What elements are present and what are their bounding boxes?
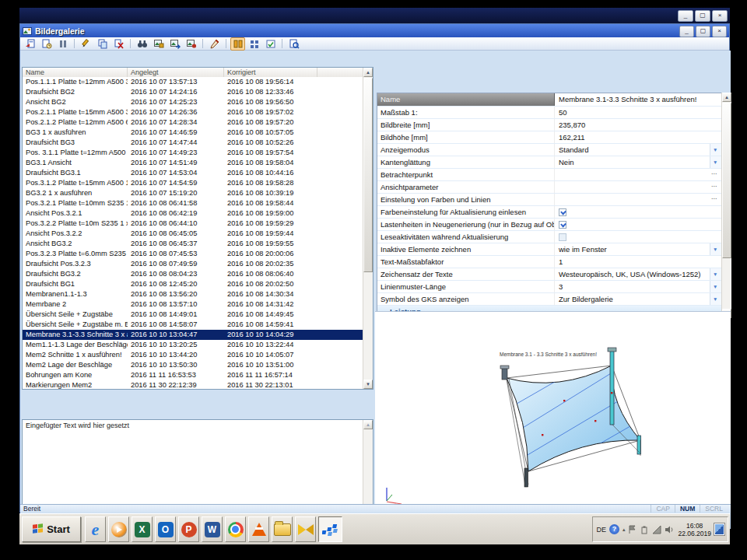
language-indicator[interactable]: DE <box>596 526 606 534</box>
property-value[interactable]: Zur Bildergalerie <box>555 293 710 305</box>
property-value[interactable] <box>555 194 710 205</box>
table-row[interactable]: Ansicht Pos.3.2.1 2016 10 08 06:42:19 20… <box>23 208 363 219</box>
taskbar-outlook-button[interactable]: O <box>155 516 176 542</box>
taskbar-vlc-button[interactable] <box>248 516 269 542</box>
table-row[interactable]: Draufsicht Pos.3.2.3 2016 10 08 07:49:59… <box>23 259 363 269</box>
property-value[interactable] <box>555 219 710 230</box>
outer-close-button[interactable]: × <box>712 10 728 22</box>
outer-minimize-button[interactable]: _ <box>678 10 693 22</box>
property-value[interactable]: 3 <box>555 281 710 292</box>
property-control[interactable] <box>710 219 722 230</box>
property-row[interactable]: Farbeneinstelung für Aktualisierung einl… <box>377 206 722 219</box>
table-row[interactable]: Übersicht Seile + Zugstäbe 2016 10 08 14… <box>23 310 363 320</box>
table-row[interactable]: Draufsicht BG3.1 2016 10 07 14:53:04 201… <box>23 168 363 178</box>
property-control[interactable] <box>710 107 722 118</box>
property-control[interactable] <box>710 93 722 106</box>
desktop-peek-icon[interactable] <box>714 523 724 535</box>
property-scrollbar[interactable]: ▲ ▼ <box>721 93 731 318</box>
gallery-export-icon[interactable] <box>167 37 182 51</box>
table-row[interactable]: Ansicht BG3.2 2016 10 08 06:45:37 2016 1… <box>23 239 363 249</box>
table-row[interactable]: Bohrungen am Kone 2016 11 11 16:53:53 20… <box>23 370 363 380</box>
table-row[interactable]: Draufsicht BG3 2016 10 07 14:47:44 2016 … <box>23 138 363 148</box>
show-hidden-icons[interactable]: ▴ <box>622 526 626 534</box>
maximize-button[interactable]: ▢ <box>696 26 710 37</box>
table-row[interactable]: Draufsicht BG1 2016 10 08 12:45:20 2016 … <box>23 279 363 289</box>
property-row[interactable]: Linienmuster-Länge 3 <box>377 281 722 293</box>
table-row[interactable]: BG3 1 x ausführen 2016 10 07 14:46:59 20… <box>23 128 363 138</box>
network-icon[interactable] <box>652 525 661 534</box>
scroll-down-icon[interactable]: ▼ <box>363 380 373 389</box>
taskbar-ie-button[interactable]: e <box>85 516 106 542</box>
table-row[interactable]: BG3.2 1 x ausführen 2016 10 07 15:19:20 … <box>23 188 363 198</box>
table-row[interactable]: Ansicht Pos.3.2.2 2016 10 08 06:45:05 20… <box>23 229 363 239</box>
table-row[interactable]: Pos.2.1.2 Platte t=12mm A500 6 x ausführ… <box>23 117 363 128</box>
taskbar-converter-button[interactable] <box>295 516 316 542</box>
property-row[interactable]: Bildbreite [mm] 235,870 <box>377 119 722 131</box>
checkbox[interactable] <box>559 221 566 229</box>
table-row[interactable]: Draufsicht BG3.2 2016 10 08 08:04:23 201… <box>23 269 363 279</box>
taskbar-chrome-button[interactable] <box>225 516 246 542</box>
property-row[interactable]: Einstelung von Farben und Linien <box>377 194 722 206</box>
property-row[interactable]: Zeichensatz der Texte Westeuropäisch, UK… <box>377 268 722 281</box>
volume-icon[interactable] <box>665 525 675 534</box>
property-control[interactable] <box>710 206 722 218</box>
view-tiles-icon[interactable] <box>247 37 261 51</box>
taskbar-word-button[interactable]: W <box>202 516 223 542</box>
minimize-button[interactable]: _ <box>679 26 694 37</box>
scrollbar-thumb[interactable] <box>722 103 731 258</box>
taskbar-powerpoint-button[interactable]: P <box>178 516 199 542</box>
copy-image-icon[interactable] <box>95 37 110 51</box>
taskbar-files-button[interactable] <box>272 516 293 542</box>
pause-update-icon[interactable] <box>55 37 70 51</box>
table-row[interactable]: Draufsicht BG2 2016 10 07 14:24:16 2016 … <box>23 87 363 97</box>
property-control[interactable] <box>710 293 722 305</box>
table-row[interactable]: Mem1.1-1.3 Lage der Beschläge 2016 10 10… <box>23 340 363 350</box>
titlebar[interactable]: Bildergalerie _ ▢ × <box>20 24 729 37</box>
draw-pen-icon[interactable] <box>207 37 222 51</box>
image-history-icon[interactable] <box>39 37 54 51</box>
property-control[interactable] <box>710 119 722 131</box>
find-image-icon[interactable] <box>286 37 301 51</box>
scroll-up-icon[interactable]: ▲ <box>363 68 373 77</box>
flag-icon[interactable] <box>628 525 637 534</box>
column-header-korrigiert[interactable]: Korrigiert <box>224 68 317 77</box>
property-control[interactable] <box>710 144 722 156</box>
table-row[interactable]: Pos.3.1.2 Platte t=15mm A500 1 x ausführ… <box>23 178 363 188</box>
property-value[interactable]: Nein <box>555 156 710 168</box>
table-row[interactable]: Pos.2.1.1 Platte t=15mm A500 3 x ausführ… <box>23 107 363 117</box>
property-row[interactable]: Symbol des GKS anzeigen Zur Bildergaleri… <box>377 293 722 306</box>
table-row[interactable]: Pos. 3.1.1 Platte t=12mm A500 3 x ausfüh… <box>23 148 363 158</box>
property-value[interactable] <box>555 169 710 180</box>
table-row[interactable]: Ansicht BG2 2016 10 07 14:25:23 2016 10 … <box>23 97 363 107</box>
gallery-refresh-icon[interactable] <box>184 37 198 51</box>
property-row[interactable]: Text-Maßstabfaktor 1 <box>377 256 722 268</box>
import-image-icon[interactable] <box>23 37 37 51</box>
gallery-add-icon[interactable] <box>151 37 166 51</box>
property-value[interactable]: 235,870 <box>555 119 710 131</box>
table-row[interactable]: Pos.3.2.2 Platte t=10m S235 1 x ausführe… <box>23 219 363 229</box>
property-control[interactable] <box>710 231 722 243</box>
property-control[interactable] <box>710 131 722 143</box>
property-row[interactable]: Anzeigemodus Standard <box>377 144 722 156</box>
table-row[interactable]: Pos.1.1.1 Platte t=12mm A500 3 x ausführ… <box>23 77 363 87</box>
table-row[interactable]: Mem2 Schnitte 1 x ausführen! 2016 10 10 … <box>23 350 363 360</box>
table-row[interactable]: Markierungen Mem2 2016 11 30 22:12:39 20… <box>23 380 363 389</box>
property-value[interactable]: 162,211 <box>555 131 710 143</box>
property-row[interactable]: Inaktive Elemente zeichnen wie im Fenste… <box>377 243 722 256</box>
property-value[interactable]: Membrane 3.1-3.3 Schnitte 3 x ausführen! <box>555 93 710 106</box>
taskbar-excel-button[interactable]: X <box>132 516 153 542</box>
property-value[interactable]: 1 <box>555 256 710 268</box>
property-row[interactable]: Name Membrane 3.1-3.3 Schnitte 3 x ausfü… <box>377 93 722 107</box>
taskbar-cad-app-button[interactable] <box>318 516 342 542</box>
table-row[interactable]: BG3.1 Ansicht 2016 10 07 14:51:49 2016 1… <box>23 158 363 168</box>
checkbox[interactable] <box>559 208 566 216</box>
taskbar-mediaplayer-button[interactable] <box>108 516 129 542</box>
table-row[interactable]: Membrane 3.1-3.3 Schnitte 3 x ausführen!… <box>23 330 363 340</box>
property-value[interactable]: wie im Fenster <box>555 243 710 255</box>
table-row[interactable]: Mem2 Lage der Beschläge 2016 10 10 13:50… <box>23 360 363 370</box>
table-row[interactable]: Membranen1.1-1.3 2016 10 08 13:56:20 201… <box>23 289 363 299</box>
table-row[interactable]: Pos.3.2.1 Platte t=10mm S235 1 x ausführ… <box>23 198 363 208</box>
preview-binoculars-icon[interactable] <box>135 37 149 51</box>
power-icon[interactable] <box>640 525 649 534</box>
close-button[interactable]: × <box>712 26 727 37</box>
